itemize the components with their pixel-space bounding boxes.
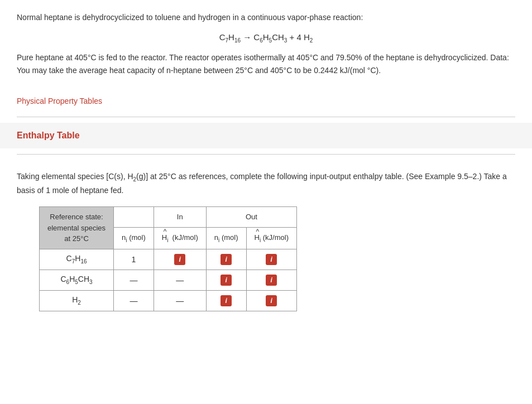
species-h2: H2: [40, 290, 114, 311]
ni-out-toluene-info-btn[interactable]: i: [221, 275, 232, 286]
hi-in-h2-cell: —: [154, 290, 206, 311]
ni-in-toluene-cell: —: [114, 270, 154, 290]
enthalpy-table-wrapper: Reference state:elemental speciesat 25°C…: [39, 206, 515, 311]
ni-in-h2-value: —: [130, 296, 137, 305]
species-c7h16: C7H16: [40, 249, 114, 270]
ni-in-c7h16-cell: 1: [114, 249, 154, 270]
hi-in-h2-value: —: [176, 296, 184, 305]
table-row: H2 — — i i: [40, 290, 297, 311]
instructions-text: Taking elemental species [C(s), H2(g)] a…: [17, 170, 515, 196]
table-row: C6H5CH3 — — i i: [40, 270, 297, 290]
hi-in-toluene-cell: —: [154, 270, 206, 290]
hi-out-subheader: ^ Hi (kJ/mol): [246, 227, 296, 249]
hi-in-toluene-value: —: [176, 276, 184, 285]
reaction-equation: C7H16 → C6H5CH3 + 4 H2: [17, 32, 515, 44]
ref-state-cell: Reference state:elemental speciesat 25°C: [40, 207, 114, 249]
reaction-formula: C7H16 → C6H5CH3 + 4 H2: [219, 32, 313, 42]
species-toluene: C6H5CH3: [40, 270, 114, 290]
in-header: In: [154, 207, 206, 227]
ni-out-subheader: ni (mol): [206, 227, 246, 249]
problem-description: Pure heptane at 405°C is fed to the reac…: [17, 51, 515, 76]
ni-out-h2-cell[interactable]: i: [206, 290, 246, 311]
hi-out-c7h16-cell[interactable]: i: [246, 249, 296, 270]
ni-out-c7h16-cell[interactable]: i: [206, 249, 246, 270]
hi-out-toluene-cell[interactable]: i: [246, 270, 296, 290]
hi-in-c7h16-info-btn[interactable]: i: [174, 254, 185, 265]
table-row: C7H16 1 i i i: [40, 249, 297, 270]
enthalpy-section-title: Enthalpy Table: [17, 131, 80, 140]
out-header: Out: [206, 207, 296, 227]
divider-2: [17, 154, 515, 155]
ni-out-c7h16-info-btn[interactable]: i: [221, 254, 232, 265]
ni-in-c7h16-value: 1: [132, 255, 136, 264]
physical-property-link[interactable]: Physical Property Tables: [17, 97, 102, 105]
hi-out-c7h16-info-btn[interactable]: i: [266, 254, 277, 265]
ni-out-toluene-cell[interactable]: i: [206, 270, 246, 290]
description-text: Pure heptane at 405°C is fed to the reac…: [17, 53, 509, 74]
hi-out-h2-info-btn[interactable]: i: [266, 295, 277, 306]
hi-out-h2-cell[interactable]: i: [246, 290, 296, 311]
main-content: Normal heptane is dehydrocyclicized to t…: [0, 0, 532, 323]
enthalpy-section-body: Taking elemental species [C(s), H2(g)] a…: [17, 160, 515, 311]
hi-out-toluene-info-btn[interactable]: i: [266, 275, 277, 286]
ni-in-header: [114, 207, 154, 227]
ni-in-h2-cell: —: [114, 290, 154, 311]
intro-text: Normal heptane is dehydrocyclicized to t…: [17, 13, 363, 22]
problem-intro: Normal heptane is dehydrocyclicized to t…: [17, 11, 515, 23]
enthalpy-table: Reference state:elemental speciesat 25°C…: [39, 206, 297, 311]
enthalpy-section-header: Enthalpy Table: [0, 123, 532, 148]
ni-in-subheader: ni (mol): [114, 227, 154, 249]
divider-1: [17, 117, 515, 117]
ni-out-h2-info-btn[interactable]: i: [221, 295, 232, 306]
hi-in-subheader: ^ Hi (kJ/mol): [154, 227, 206, 249]
ni-in-toluene-value: —: [130, 276, 137, 285]
hi-in-c7h16-cell[interactable]: i: [154, 249, 206, 270]
